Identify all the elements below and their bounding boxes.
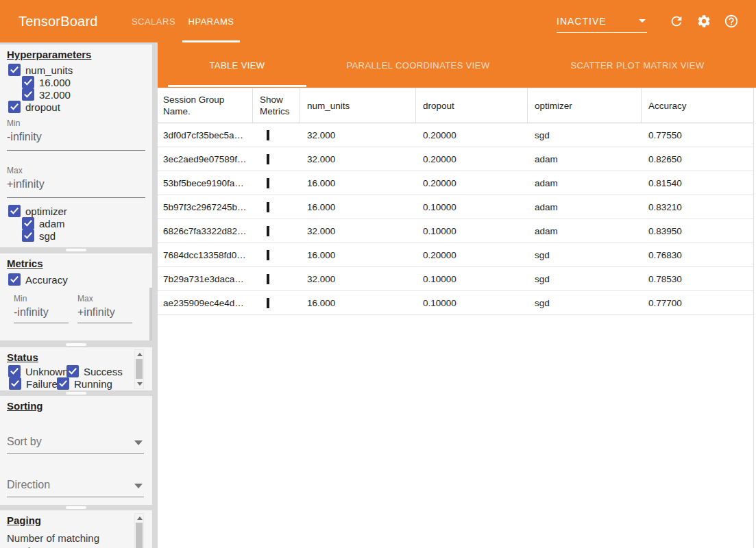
num-units-checkbox[interactable] [8, 64, 21, 76]
num-units-label: num_units [25, 64, 73, 76]
status-panel: Status Unknown Success Failure Running [0, 347, 152, 390]
sort-by-value: Sort by [7, 436, 42, 447]
accuracy-max-input[interactable]: +infinity [77, 303, 132, 323]
table-row: 53bf5bece9190fa… 16.000 0.20000 adam 0.8… [158, 171, 753, 195]
table-row: 5b97f3c2967245b… 16.000 0.10000 adam 0.8… [158, 195, 753, 219]
dropout-value: 0.10000 [416, 298, 528, 308]
accuracy-min-input[interactable]: -infinity [14, 303, 69, 323]
paging-panel: Paging Number of matching session groups… [0, 510, 152, 548]
num-units-32-row: 32.000 [0, 88, 152, 101]
direction-select[interactable]: Direction [7, 477, 144, 497]
tab-parallel-coordinates-view[interactable]: PARALLEL COORDINATES VIEW [306, 42, 530, 88]
accuracy-value: 0.77700 [642, 298, 753, 308]
num-units-32-label: 32.000 [39, 89, 71, 101]
scroll-down-icon[interactable] [137, 382, 143, 386]
refresh-icon[interactable] [669, 14, 684, 29]
min-label: Min [7, 119, 145, 128]
num-units-value: 16.000 [300, 202, 416, 212]
show-metrics-checkbox[interactable] [267, 298, 269, 308]
accuracy-checkbox[interactable] [8, 273, 21, 286]
accuracy-value: 0.81540 [642, 178, 753, 188]
panel-resize-handle[interactable] [66, 506, 86, 509]
scroll-up-icon[interactable] [137, 516, 143, 520]
accuracy-value: 0.76830 [642, 250, 753, 260]
status-running-item: Running [57, 377, 112, 390]
num-units-value: 32.000 [300, 274, 416, 284]
panel-resize-handle[interactable] [66, 249, 86, 251]
show-metrics-cell [253, 178, 300, 188]
metrics-scroll-thumb[interactable] [149, 288, 152, 340]
help-icon[interactable] [724, 14, 739, 29]
column-header-num-units[interactable]: num_units [300, 88, 416, 123]
session-group-name: 3df0d7cf35bec5a… [158, 130, 253, 140]
column-header-optimizer[interactable]: optimizer [528, 88, 642, 123]
status-failure-checkbox[interactable] [9, 377, 21, 390]
panel-resize-handle[interactable] [66, 392, 86, 395]
session-group-name: 53bf5bece9190fa… [158, 178, 253, 188]
num-units-value: 16.000 [300, 298, 416, 308]
status-unknown-item: Unknown [8, 365, 69, 377]
tab-scalars[interactable]: SCALARS [125, 0, 182, 42]
num-units-value: 16.000 [300, 250, 416, 260]
status-scrollbar[interactable] [134, 349, 144, 389]
accuracy-range-fields: Min -infinity Max +infinity [14, 294, 145, 323]
dropout-max-field: Max +infinity [7, 166, 145, 198]
tab-scatter-plot-matrix-view[interactable]: SCATTER PLOT MATRIX VIEW [530, 42, 745, 88]
column-header-dropout[interactable]: dropout [416, 88, 528, 123]
chevron-down-icon [134, 484, 143, 488]
panel-resize-handle[interactable] [66, 343, 86, 346]
dropout-checkbox[interactable] [8, 101, 21, 113]
hparam-optimizer-row: optimizer [0, 205, 152, 217]
show-metrics-checkbox[interactable] [267, 226, 269, 236]
dropout-min-input[interactable]: -infinity [7, 128, 145, 151]
paging-scrollbar[interactable] [134, 513, 144, 548]
toolbar-actions: INACTIVE [557, 0, 739, 42]
show-metrics-cell [253, 250, 300, 260]
session-group-name: 6826c7fa3322d82… [158, 226, 253, 236]
max-label: Max [77, 294, 132, 303]
view-tabs: TABLE VIEW PARALLEL COORDINATES VIEW SCA… [158, 42, 756, 88]
optimizer-adam-checkbox[interactable] [22, 217, 34, 229]
column-header-accuracy[interactable]: Accuracy [642, 88, 753, 123]
settings-gear-icon[interactable] [696, 14, 711, 29]
run-status-selector[interactable]: INACTIVE [557, 10, 647, 33]
optimizer-value: sgd [528, 274, 642, 284]
session-group-name: ae235909ec4e4d… [158, 298, 253, 308]
status-failure-item: Failure [9, 377, 58, 390]
num-units-16-checkbox[interactable] [22, 76, 34, 88]
scroll-up-icon[interactable] [137, 353, 143, 356]
optimizer-sgd-checkbox[interactable] [22, 229, 34, 242]
hparam-num-units-row: num_units [0, 64, 152, 76]
dropout-value: 0.20000 [416, 130, 528, 140]
optimizer-checkbox[interactable] [8, 205, 21, 217]
show-metrics-checkbox[interactable] [267, 130, 269, 140]
tab-hparams[interactable]: HPARAMS [182, 0, 240, 42]
show-metrics-cell [253, 274, 300, 284]
show-metrics-checkbox[interactable] [267, 274, 269, 284]
num-units-value: 32.000 [300, 226, 416, 236]
status-running-checkbox[interactable] [57, 377, 69, 390]
optimizer-adam-row: adam [0, 217, 152, 229]
tab-table-view[interactable]: TABLE VIEW [168, 42, 306, 88]
scrollbar-thumb[interactable] [136, 359, 143, 379]
show-metrics-checkbox[interactable] [267, 250, 269, 260]
num-units-32-checkbox[interactable] [22, 88, 34, 101]
num-units-value: 32.000 [300, 154, 416, 164]
status-unknown-checkbox[interactable] [8, 365, 21, 377]
show-metrics-checkbox[interactable] [267, 178, 269, 188]
min-label: Min [14, 294, 69, 303]
show-metrics-checkbox[interactable] [267, 202, 269, 212]
num-units-value: 16.000 [300, 178, 416, 188]
dropout-value: 0.20000 [416, 250, 528, 260]
show-metrics-checkbox[interactable] [267, 154, 269, 164]
scrollbar-thumb[interactable] [136, 523, 143, 548]
column-header-session-group-name[interactable]: Session Group Name. [158, 88, 253, 123]
dropout-max-input[interactable]: +infinity [7, 175, 145, 198]
chevron-down-icon [639, 19, 646, 23]
sort-by-select[interactable]: Sort by [7, 434, 144, 454]
column-header-show-metrics[interactable]: Show Metrics [253, 88, 300, 123]
table-row: 7684dcc13358fd0… 16.000 0.20000 sgd 0.76… [158, 243, 753, 267]
status-success-checkbox[interactable] [66, 365, 79, 377]
top-toolbar: TensorBoard SCALARS HPARAMS INACTIVE [0, 0, 756, 42]
accuracy-label: Accuracy [25, 274, 68, 286]
